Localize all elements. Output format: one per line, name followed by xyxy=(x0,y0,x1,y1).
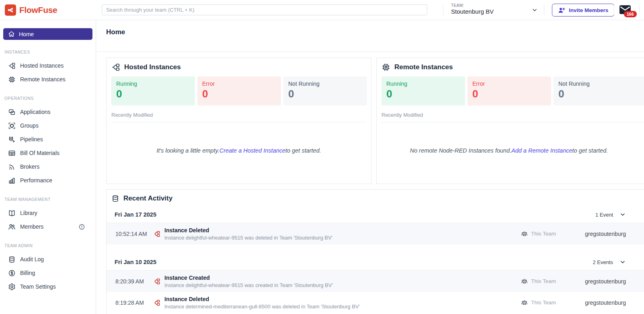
pipelines-icon xyxy=(8,136,16,143)
stat-error: Error 0 xyxy=(197,76,281,105)
remote-instances-icon xyxy=(381,63,390,72)
sidebar-section-instances: INSTANCES xyxy=(0,50,96,54)
groups-icon xyxy=(8,122,16,130)
stat-label: Not Running xyxy=(558,81,644,87)
flowfuse-logo[interactable]: FlowFuse xyxy=(5,4,57,16)
activity-event-row[interactable]: 8:19:28 AM Instance Deleted Instance det… xyxy=(107,292,644,313)
sidebar-item-label: Members xyxy=(20,223,43,230)
user-plus-icon xyxy=(558,7,566,13)
stat-error: Error 0 xyxy=(468,76,551,105)
stat-label: Not Running xyxy=(288,81,362,87)
chevron-down-icon[interactable] xyxy=(531,7,538,13)
sidebar-item-billing[interactable]: Billing xyxy=(0,266,96,280)
stat-not-running: Not Running 0 xyxy=(283,76,367,105)
stat-running: Running 0 xyxy=(381,76,465,105)
sidebar-item-team-settings[interactable]: Team Settings xyxy=(0,280,96,293)
bill-of-materials-icon xyxy=(8,149,16,157)
chevron-down-icon[interactable] xyxy=(619,259,626,265)
activity-event-row[interactable]: 10:52:14 AM Instance Deleted Instance de… xyxy=(107,223,644,244)
activity-title: Recent Activity xyxy=(123,194,172,202)
remote-empty-state: No remote Node-RED Instances found. Add … xyxy=(381,122,644,179)
activity-group: Fri Jan 17 2025 1 Event 10:52:14 AM Inst… xyxy=(107,207,644,244)
create-hosted-instance-link[interactable]: Create a Hosted Instance xyxy=(219,147,285,154)
sidebar-item-groups[interactable]: Groups xyxy=(0,119,96,132)
event-description: Instance delightful-wheatear-9515 was de… xyxy=(164,235,332,241)
hosted-empty-state: It's looking a little empty. Create a Ho… xyxy=(111,122,366,179)
brand-name: FlowFuse xyxy=(19,5,57,15)
card-title: Remote Instances xyxy=(394,63,453,71)
stat-running: Running 0 xyxy=(111,76,195,105)
recent-activity-card: Recent Activity Fri Jan 17 2025 1 Event … xyxy=(106,189,644,314)
sidebar-item-brokers[interactable]: Brokers xyxy=(0,160,96,174)
sidebar-item-hosted-instances[interactable]: Hosted Instances xyxy=(0,59,96,72)
invite-members-label: Invite Members xyxy=(569,7,608,13)
sidebar-item-label: Library xyxy=(20,210,37,216)
members-alert-icon xyxy=(78,223,85,230)
event-user: gregstoutenburg xyxy=(585,300,641,306)
activity-date: Fri Jan 10 2025 xyxy=(115,259,156,265)
sidebar-nav: Home INSTANCES Hosted Instances Remote I… xyxy=(0,20,96,314)
event-title: Instance Created xyxy=(164,275,333,281)
event-description: Instance delightful-wheatear-9515 was cr… xyxy=(164,282,333,288)
empty-text: No remote Node-RED Instances found. xyxy=(410,147,511,154)
stat-value: 0 xyxy=(288,88,362,100)
event-time: 8:20:39 AM xyxy=(115,278,152,285)
card-title: Hosted Instances xyxy=(124,63,181,71)
header-divider xyxy=(544,5,544,15)
sidebar-item-label: Brokers xyxy=(20,163,39,170)
event-count: 2 Events xyxy=(593,259,613,265)
sidebar-item-members[interactable]: Members xyxy=(0,220,96,233)
performance-icon xyxy=(8,177,16,184)
recently-modified-label: Recently Modified xyxy=(111,112,366,122)
brokers-icon xyxy=(8,163,16,171)
team-selector[interactable]: TEAM: Stoutenburg BV xyxy=(451,3,494,15)
sidebar-item-label: Applications xyxy=(20,109,51,115)
stat-label: Running xyxy=(386,81,460,87)
stat-label: Error xyxy=(472,81,546,87)
sidebar-item-applications[interactable]: Applications xyxy=(0,105,96,119)
library-icon xyxy=(8,209,16,217)
hosted-instances-card: Hosted Instances Running 0 Error 0 Not R… xyxy=(106,58,371,184)
page-title: Home xyxy=(106,28,634,36)
sidebar-item-performance[interactable]: Performance xyxy=(0,174,96,187)
event-scope: This Team xyxy=(531,278,556,284)
invite-members-button[interactable]: Invite Members xyxy=(552,4,614,17)
empty-text: to get started. xyxy=(572,147,608,154)
team-people-icon xyxy=(521,278,528,285)
event-time: 8:19:28 AM xyxy=(115,300,152,306)
remote-instances-card: Remote Instances Running 0 Error 0 Not R… xyxy=(376,58,644,184)
sidebar-item-bill-of-materials[interactable]: Bill Of Materials xyxy=(0,146,96,160)
add-remote-instance-link[interactable]: Add a Remote Instance xyxy=(511,147,572,154)
sidebar-item-label: Billing xyxy=(20,270,35,276)
activity-event-row[interactable]: 8:20:39 AM Instance Created Instance del… xyxy=(107,271,644,292)
sidebar-section-team-admin: TEAM ADMIN xyxy=(0,243,96,248)
sidebar-section-team-management: TEAM MANAGEMENT xyxy=(0,197,96,202)
billing-icon xyxy=(8,269,16,277)
header-divider xyxy=(443,5,443,15)
remote-instances-icon xyxy=(8,76,16,83)
event-user: gregstoutenburg xyxy=(585,278,641,285)
sidebar-item-pipelines[interactable]: Pipelines xyxy=(0,132,96,146)
database-icon xyxy=(8,256,16,263)
stat-label: Running xyxy=(116,81,190,87)
sidebar-item-label: Hosted Instances xyxy=(20,62,64,69)
header-divider xyxy=(614,5,614,15)
sidebar-item-library[interactable]: Library xyxy=(0,206,96,220)
sidebar-item-label: Audit Log xyxy=(20,256,44,262)
sidebar-item-label: Groups xyxy=(20,122,39,129)
activity-group: Fri Jan 10 2025 2 Events 8:20:39 AM Inst… xyxy=(107,255,644,313)
event-user: gregstoutenburg xyxy=(585,231,641,237)
event-title: Instance Deleted xyxy=(164,227,332,233)
instance-event-icon xyxy=(153,278,160,285)
chevron-down-icon[interactable] xyxy=(619,211,626,218)
stat-value: 0 xyxy=(386,88,460,100)
hosted-instances-icon xyxy=(111,63,120,72)
event-scope: This Team xyxy=(531,231,556,237)
sidebar-item-label: Team Settings xyxy=(20,283,56,290)
sidebar-item-home[interactable]: Home xyxy=(3,28,92,40)
sidebar-item-audit-log[interactable]: Audit Log xyxy=(0,252,96,266)
stat-not-running: Not Running 0 xyxy=(554,76,644,105)
search-input[interactable] xyxy=(102,4,427,15)
sidebar-item-label: Remote Instances xyxy=(20,76,66,83)
sidebar-item-remote-instances[interactable]: Remote Instances xyxy=(0,72,96,86)
